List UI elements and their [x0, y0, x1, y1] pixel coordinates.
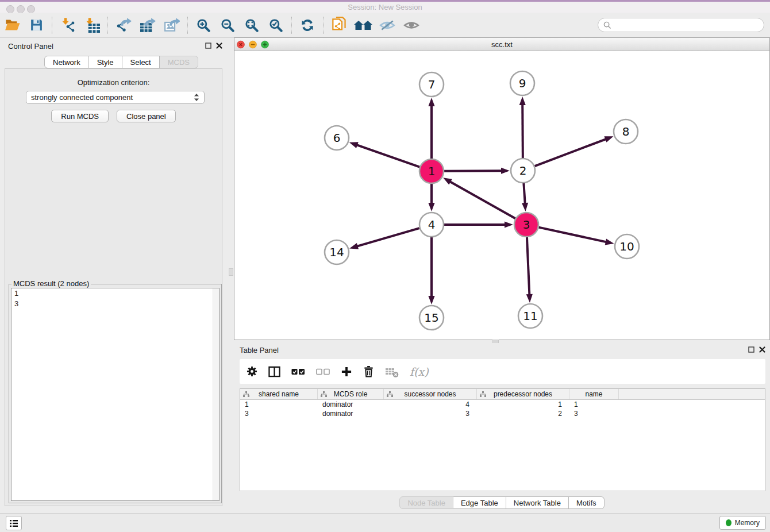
- task-history-button[interactable]: [6, 516, 22, 530]
- network-graph[interactable]: 7968124314101511: [234, 51, 769, 340]
- cell-mcds-role[interactable]: dominator: [318, 400, 384, 409]
- close-table-panel-icon[interactable]: [759, 346, 765, 353]
- graph-node-10[interactable]: 10: [615, 234, 639, 259]
- duplicate-network-icon[interactable]: [329, 16, 349, 35]
- edge-3-10[interactable]: [538, 228, 606, 242]
- column-header-shared-name[interactable]: shared name: [240, 389, 318, 399]
- export-table-icon[interactable]: [138, 16, 157, 35]
- import-table-icon[interactable]: [82, 16, 102, 35]
- column-header-name[interactable]: name: [569, 389, 619, 399]
- edge-1-6[interactable]: [356, 145, 419, 167]
- zoom-out-icon[interactable]: [218, 16, 237, 35]
- tab-motifs[interactable]: Motifs: [569, 496, 605, 509]
- edge-arrow-2-9: [519, 97, 526, 105]
- cell-shared-name[interactable]: 1: [240, 400, 318, 409]
- tab-network[interactable]: Network: [44, 56, 89, 68]
- window-titlebar: Session: New Session: [0, 2, 770, 13]
- graph-node-9[interactable]: 9: [510, 71, 534, 95]
- add-column-icon[interactable]: [341, 366, 352, 377]
- search-icon: [603, 21, 611, 29]
- tab-node-table[interactable]: Node Table: [399, 496, 453, 509]
- cell-name[interactable]: 1: [569, 400, 619, 409]
- tab-network-table[interactable]: Network Table: [506, 496, 569, 509]
- graph-node-2[interactable]: 2: [511, 159, 535, 183]
- cell-shared-name[interactable]: 3: [240, 409, 318, 418]
- zoom-in-icon[interactable]: [194, 16, 213, 35]
- tab-select[interactable]: Select: [122, 56, 160, 68]
- graph-node-3[interactable]: 3: [514, 213, 538, 237]
- zoom-fit-icon[interactable]: [242, 16, 261, 35]
- zoom-selected-icon[interactable]: [266, 16, 286, 35]
- open-file-icon[interactable]: [2, 16, 22, 35]
- float-table-panel-icon[interactable]: [748, 346, 754, 353]
- node-label: 15: [424, 311, 438, 325]
- edge-3-11[interactable]: [527, 237, 529, 295]
- node-label: 9: [519, 76, 526, 90]
- control-panel: Control Panel NetworkStyleSelectMCDS Opt…: [0, 38, 227, 513]
- graph-node-4[interactable]: 4: [419, 213, 444, 237]
- tab-edge-table[interactable]: Edge Table: [453, 496, 506, 509]
- columns-icon[interactable]: [268, 366, 280, 377]
- search-input[interactable]: [614, 21, 764, 29]
- table-row[interactable]: 3dominator323: [240, 409, 765, 418]
- memory-button[interactable]: Memory: [719, 516, 766, 530]
- table-panel-title: Table Panel: [240, 346, 279, 354]
- table-header-row: shared nameMCDS rolesuccessor nodesprede…: [240, 389, 765, 400]
- cell-mcds-role[interactable]: dominator: [318, 409, 384, 418]
- cell-successor-nodes[interactable]: 3: [384, 409, 477, 418]
- tab-mcds[interactable]: MCDS: [160, 56, 198, 68]
- edge-arrow-4-3: [505, 221, 513, 228]
- close-panel-icon[interactable]: [216, 43, 222, 49]
- gear-icon[interactable]: [247, 366, 257, 377]
- show-panel-icon[interactable]: [402, 16, 421, 35]
- column-header-mcds-role[interactable]: MCDS role: [318, 389, 384, 399]
- mcds-result-item: 1: [11, 288, 219, 299]
- graph-node-1[interactable]: 1: [419, 159, 444, 183]
- edge-2-8[interactable]: [535, 139, 607, 166]
- column-header-predecessor-nodes[interactable]: predecessor nodes: [477, 389, 569, 399]
- search-field[interactable]: [598, 18, 764, 32]
- cell-name[interactable]: 3: [569, 409, 619, 418]
- window-title: Session: New Session: [0, 3, 770, 11]
- refresh-icon[interactable]: [298, 16, 317, 35]
- table-row[interactable]: 1dominator411: [240, 400, 765, 409]
- graph-node-8[interactable]: 8: [614, 119, 638, 144]
- export-network-icon[interactable]: [114, 16, 133, 35]
- edge-2-9[interactable]: [522, 104, 523, 158]
- graph-node-11[interactable]: 11: [518, 304, 542, 328]
- edge-2-3[interactable]: [523, 183, 525, 204]
- mcds-result-list[interactable]: 13: [11, 288, 220, 501]
- network-window-titlebar[interactable]: scc.txt: [234, 38, 769, 51]
- save-session-icon[interactable]: [26, 16, 46, 35]
- criterion-dropdown[interactable]: strongly connected component: [26, 91, 205, 104]
- vertical-splitter-handle[interactable]: [229, 268, 233, 276]
- export-image-icon[interactable]: [162, 16, 182, 35]
- edge-3-1[interactable]: [449, 182, 515, 219]
- edge-arrow-3-11: [526, 294, 533, 303]
- cell-predecessor-nodes[interactable]: 1: [477, 400, 569, 409]
- hide-panel-icon[interactable]: [378, 16, 397, 35]
- column-header-successor-nodes[interactable]: successor nodes: [384, 389, 477, 399]
- node-table[interactable]: shared nameMCDS rolesuccessor nodesprede…: [240, 388, 765, 491]
- result-scrollbar[interactable]: [213, 288, 219, 500]
- cell-successor-nodes[interactable]: 4: [384, 400, 477, 409]
- edge-1-2[interactable]: [444, 171, 502, 171]
- close-panel-button[interactable]: Close panel: [117, 110, 176, 122]
- toolbar-separator: [52, 17, 52, 34]
- tab-style[interactable]: Style: [89, 56, 122, 68]
- graph-node-14[interactable]: 14: [325, 240, 349, 264]
- task-list-icon: [9, 519, 18, 527]
- delete-column-icon[interactable]: [363, 365, 374, 377]
- graph-node-6[interactable]: 6: [325, 126, 349, 150]
- network-canvas[interactable]: 7968124314101511: [234, 51, 769, 340]
- select-all-icon[interactable]: [291, 368, 305, 375]
- network-analyzer-icon[interactable]: [353, 16, 373, 35]
- float-panel-icon[interactable]: [205, 43, 211, 49]
- cell-predecessor-nodes[interactable]: 2: [477, 409, 569, 418]
- graph-node-7[interactable]: 7: [419, 72, 444, 97]
- import-network-icon[interactable]: [58, 16, 78, 35]
- edge-4-14[interactable]: [357, 228, 419, 246]
- graph-node-15[interactable]: 15: [419, 306, 444, 330]
- network-view-window: scc.txt 7968124314101511: [234, 37, 770, 340]
- run-mcds-button[interactable]: Run MCDS: [51, 110, 109, 122]
